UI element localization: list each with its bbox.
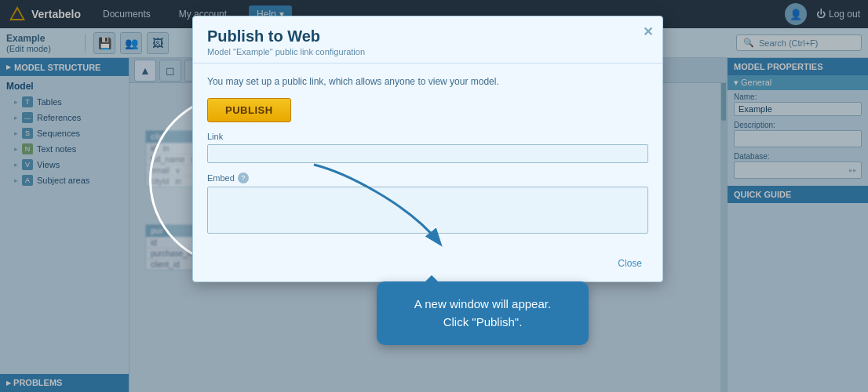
callout-tooltip: A new window will appear.Click "Publish"… [377,281,589,345]
embed-textarea[interactable] [207,187,648,234]
modal-subtitle: Model "Example" public link configuratio… [207,47,648,56]
modal-body: You may set up a public link, which allo… [193,64,662,249]
modal-info-text: You may set up a public link, which allo… [207,76,648,87]
callout-text: A new window will appear.Click "Publish"… [414,297,551,328]
link-input[interactable] [207,144,648,163]
link-label-text: Link [207,132,223,141]
modal-header: Publish to Web Model "Example" public li… [193,16,662,64]
embed-label-text: Embed [207,173,235,183]
embed-help-icon[interactable]: ? [238,172,249,183]
modal-close-button[interactable]: ✕ [643,24,653,39]
publish-button[interactable]: PUBLISH [207,98,291,122]
close-button[interactable]: Close [611,255,648,272]
embed-label: Embed ? [207,172,648,183]
link-label: Link [207,132,648,141]
publish-modal: Publish to Web Model "Example" public li… [192,16,663,282]
modal-title: Publish to Web [207,27,648,45]
